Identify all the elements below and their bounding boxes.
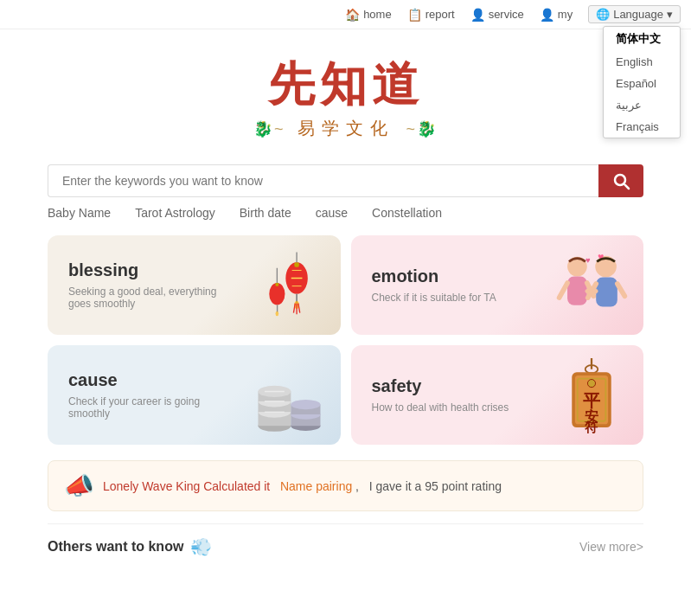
svg-point-37 [291,400,320,409]
others-title: Others want to know 💨 [48,536,212,557]
lang-option-fr[interactable]: Français [604,116,680,138]
home-link[interactable]: 🏠 home [345,8,392,22]
quick-link-tarot[interactable]: Tarot Astrology [135,206,215,220]
search-icon [611,170,631,191]
card-emotion[interactable]: emotion Check if it is suitable for TA ♥… [351,235,644,335]
my-link[interactable]: 👤 my [540,8,573,22]
svg-rect-21 [596,277,617,306]
notif-rating: I gave it a 95 point rating [369,479,502,493]
lang-option-ar[interactable]: عربية [604,94,680,116]
chevron-down-icon: ▾ [667,8,673,21]
notif-user: Lonely Wave King Calculated it [103,479,270,493]
language-menu: 简体中文 English Español عربية Français [603,26,681,138]
logo-title: 先知道 [0,54,691,117]
svg-rect-8 [276,305,277,311]
my-icon: 👤 [540,8,554,22]
globe-icon: 🌐 [596,8,610,21]
language-button[interactable]: 🌐 Language ▾ [588,5,681,23]
quick-link-cause[interactable]: cause [316,206,348,220]
service-label: service [489,8,524,21]
notif-link[interactable]: Name pairing [280,479,352,493]
report-icon: 📋 [407,8,422,22]
logo-deco: 🐉~ 易学文化 ~🐉 [0,117,691,140]
card-emotion-image: ♥ ♥ [548,248,635,335]
svg-point-49 [587,380,595,388]
language-dropdown[interactable]: 🌐 Language ▾ 简体中文 English Español عربية … [588,5,681,23]
card-blessing[interactable]: blessing Seeking a good deal, everything… [48,235,341,335]
svg-rect-17 [567,276,587,305]
search-input[interactable] [48,164,598,197]
lang-option-es[interactable]: Español [604,73,680,94]
card-cause-image [246,358,332,445]
cards-grid: blessing Seeking a good deal, everything… [48,235,643,445]
logo-subtitle: 易学文化 [298,119,394,138]
svg-text:符: 符 [585,420,599,434]
quick-link-constellation[interactable]: Constellation [372,206,442,220]
notif-comma: , [355,479,359,493]
card-emotion-desc: Check if it is suitable for TA [372,292,545,304]
top-nav: 🏠 home 📋 report 👤 service 👤 my 🌐 Languag… [0,0,691,29]
others-title-text: Others want to know [48,539,183,555]
home-label: home [363,8,392,21]
card-blessing-desc: Seeking a good deal, everything goes smo… [68,286,241,310]
notification-bar: 📣 Lonely Wave King Calculated it Name pa… [48,460,643,511]
lang-option-en[interactable]: English [604,51,680,73]
report-label: report [425,8,455,21]
svg-line-18 [560,283,567,298]
report-link[interactable]: 📋 report [407,8,455,22]
card-blessing-image [246,248,332,335]
quick-link-birth[interactable]: Birth date [240,206,291,220]
service-link[interactable]: 👤 service [470,8,524,22]
quick-links: Baby Name Tarot Astrology Birth date cau… [48,206,643,220]
search-area [48,164,643,197]
view-more-link[interactable]: View more> [579,540,643,554]
svg-line-23 [617,284,625,296]
card-safety[interactable]: safety How to deal with health crises 平 … [351,345,644,445]
logo-area: 先知道 🐉~ 易学文化 ~🐉 [0,29,691,149]
svg-line-13 [293,304,295,313]
others-deco-icon: 💨 [190,536,212,557]
card-cause[interactable]: cause Check if your career is going smoo… [48,345,341,445]
svg-text:♥: ♥ [585,255,591,265]
others-section: Others want to know 💨 View more> [48,523,643,564]
language-label: Language [613,8,663,21]
service-icon: 👤 [470,8,485,22]
lang-option-zh[interactable]: 简体中文 [604,27,680,51]
card-safety-desc: How to deal with health crises [372,401,545,414]
notif-text: Lonely Wave King Calculated it Name pair… [103,479,502,493]
quick-link-baby-name[interactable]: Baby Name [48,206,111,220]
svg-point-10 [275,311,278,316]
notif-icon: 📣 [64,472,94,500]
svg-point-6 [269,283,285,305]
svg-line-15 [298,304,299,313]
search-button[interactable] [598,164,643,197]
home-icon: 🏠 [345,8,360,22]
svg-rect-1 [294,262,298,266]
svg-rect-7 [275,283,278,286]
my-label: my [558,8,573,21]
card-cause-desc: Check if your career is going smoothly [68,395,241,420]
card-safety-image: 平 安 符 [548,358,635,445]
